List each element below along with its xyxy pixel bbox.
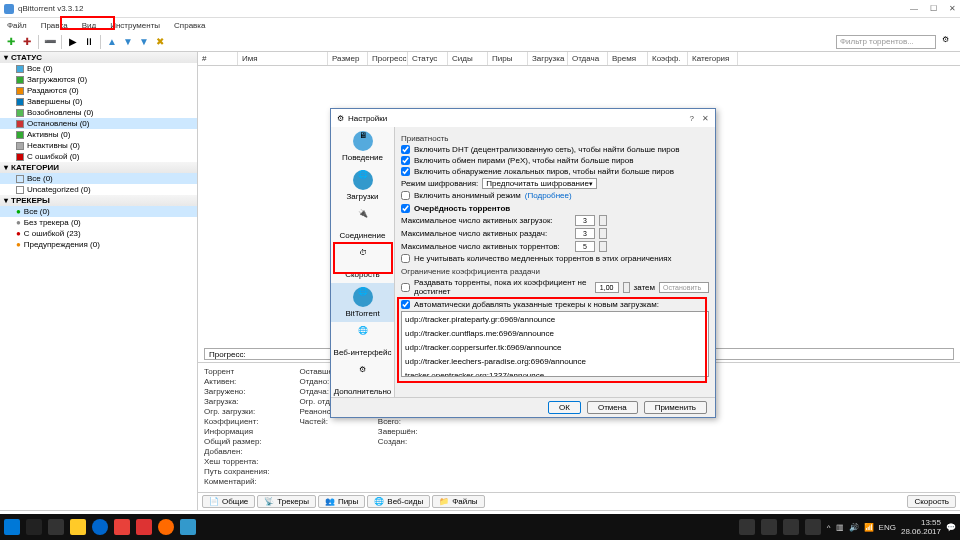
add-torrent-button[interactable]: ✚ <box>4 35 18 49</box>
apply-button[interactable]: Применить <box>644 401 707 414</box>
task-app1[interactable] <box>114 519 130 535</box>
task-firefox[interactable] <box>158 519 174 535</box>
ok-button[interactable]: ОК <box>548 401 581 414</box>
down-button[interactable]: ▼ <box>121 35 135 49</box>
task-app5[interactable] <box>805 519 821 535</box>
task-qbit[interactable] <box>180 519 196 535</box>
status-resumed[interactable]: Возобновлены (0) <box>0 107 197 118</box>
menu-help[interactable]: Справка <box>171 20 208 31</box>
tab-peers[interactable]: 👥Пиры <box>318 495 365 508</box>
cat-downloads[interactable]: 🌐Загрузки <box>331 166 394 205</box>
anon-checkbox[interactable]: Включить анонимный режим (Подробнее) <box>401 191 709 200</box>
maximize-button[interactable]: ☐ <box>930 4 937 13</box>
titlebar: qBittorrent v3.3.12 — ☐ ✕ <box>0 0 960 18</box>
task-explorer[interactable] <box>70 519 86 535</box>
status-seeding[interactable]: Раздаются (0) <box>0 85 197 96</box>
task-steam[interactable] <box>739 519 755 535</box>
tray-graphics-icon[interactable]: ▥ <box>836 523 844 532</box>
tracker-error[interactable]: ●С ошибкой (23) <box>0 228 197 239</box>
tray-up-icon[interactable]: ^ <box>827 523 831 532</box>
tab-speed[interactable]: Скорость <box>907 495 956 508</box>
up-button[interactable]: ▲ <box>105 35 119 49</box>
menu-view[interactable]: Вид <box>79 20 99 31</box>
settings-categories: 🖥Поведение 🌐Загрузки 🔌Соединение ⏱Скорос… <box>331 127 395 397</box>
task-view[interactable] <box>48 519 64 535</box>
privacy-header: Приватность <box>401 134 709 143</box>
tab-general[interactable]: 📄Общие <box>202 495 255 508</box>
cat-speed[interactable]: ⏱Скорость <box>331 244 394 283</box>
tab-http[interactable]: 🌐Веб-сиды <box>367 495 430 508</box>
tracker-none[interactable]: ●Без трекера (0) <box>0 217 197 228</box>
cat-behavior[interactable]: 🖥Поведение <box>331 127 394 166</box>
filter-button[interactable]: ▼ <box>137 35 151 49</box>
encryption-select[interactable]: Предпочитать шифрование ▾ <box>482 178 597 189</box>
menu-tools[interactable]: Инструменты <box>107 20 163 31</box>
anon-more-link[interactable]: (Подробнее) <box>525 191 572 200</box>
tray-network-icon[interactable]: 📶 <box>864 523 874 532</box>
status-inactive[interactable]: Неактивны (0) <box>0 140 197 151</box>
cancel-button[interactable]: Отмена <box>587 401 638 414</box>
cat-uncategorized[interactable]: Uncategorized (0) <box>0 184 197 195</box>
menu-file[interactable]: Файл <box>4 20 30 31</box>
cat-webui[interactable]: 🌐Веб-интерфейс <box>331 322 394 361</box>
torrent-list-header[interactable]: # Имя Размер Прогресс Статус Сиды Пиры З… <box>198 52 960 66</box>
ratio-input[interactable]: 1,00 <box>595 282 619 293</box>
categories-header[interactable]: ▾ КАТЕГОРИИ <box>0 162 197 173</box>
max-act-spinner[interactable] <box>599 241 607 252</box>
max-ul-spinner[interactable] <box>599 228 607 239</box>
status-all[interactable]: Все (0) <box>0 63 197 74</box>
max-dl-input[interactable]: 3 <box>575 215 595 226</box>
max-act-input[interactable]: 5 <box>575 241 595 252</box>
menu-edit[interactable]: Правка <box>38 20 71 31</box>
tab-trackers[interactable]: 📡Трекеры <box>257 495 316 508</box>
ratio-action-select[interactable]: Остановить <box>659 282 709 293</box>
system-tray[interactable]: ^ ▥ 🔊 📶 ENG 13:5528.06.2017 💬 <box>827 518 956 536</box>
task-search[interactable] <box>26 519 42 535</box>
max-ul-input[interactable]: 3 <box>575 228 595 239</box>
status-active[interactable]: Активны (0) <box>0 129 197 140</box>
close-button[interactable]: ✕ <box>949 4 956 13</box>
status-header[interactable]: ▾ СТАТУС <box>0 52 197 63</box>
help-button[interactable]: ? <box>690 114 694 123</box>
task-app2[interactable] <box>136 519 152 535</box>
cat-advanced[interactable]: ⚙Дополнительно <box>331 361 394 397</box>
task-app4[interactable] <box>783 519 799 535</box>
task-edge[interactable] <box>92 519 108 535</box>
tab-content[interactable]: 📁Файлы <box>432 495 484 508</box>
resume-button[interactable]: ▶ <box>66 35 80 49</box>
slow-checkbox[interactable]: Не учитывать количество медленных торрен… <box>401 254 709 263</box>
ratio-checkbox[interactable]: Раздавать торренты, пока их коэффициент … <box>401 278 709 296</box>
minimize-button[interactable]: — <box>910 4 918 13</box>
auto-trackers-checkbox[interactable]: Автоматически добавлять указанные трекер… <box>401 300 709 309</box>
tray-volume-icon[interactable]: 🔊 <box>849 523 859 532</box>
dht-checkbox[interactable]: Включить DHT (децентрализованную сеть), … <box>401 145 709 154</box>
tray-notifications-icon[interactable]: 💬 <box>946 523 956 532</box>
status-paused[interactable]: Остановлены (0) <box>0 118 197 129</box>
remove-button[interactable]: ➖ <box>43 35 57 49</box>
pause-button[interactable]: ⏸ <box>82 35 96 49</box>
status-completed[interactable]: Завершены (0) <box>0 96 197 107</box>
queue-checkbox[interactable]: Очерёдность торрентов <box>401 204 709 213</box>
lpd-checkbox[interactable]: Включить обнаружение локальных пиров, чт… <box>401 167 709 176</box>
pex-checkbox[interactable]: Включить обмен пирами (PeX), чтобы найти… <box>401 156 709 165</box>
max-dl-spinner[interactable] <box>599 215 607 226</box>
ratio-header: Ограничение коэффициента раздачи <box>401 267 709 276</box>
trackers-textarea[interactable]: udp://tracker.pirateparty.gr:6969/announ… <box>401 311 709 377</box>
cat-connection[interactable]: 🔌Соединение <box>331 205 394 244</box>
trackers-header[interactable]: ▾ ТРЕКЕРЫ <box>0 195 197 206</box>
tracker-warning[interactable]: ●Предупреждения (0) <box>0 239 197 250</box>
close-dialog-button[interactable]: ✕ <box>702 114 709 123</box>
add-link-button[interactable]: ✚ <box>20 35 34 49</box>
tray-lang[interactable]: ENG <box>879 523 896 532</box>
cat-all[interactable]: Все (0) <box>0 173 197 184</box>
tools-button[interactable]: ✖ <box>153 35 167 49</box>
settings-button[interactable]: ⚙ <box>942 35 956 49</box>
detail-tabs: 📄Общие 📡Трекеры 👥Пиры 🌐Веб-сиды 📁Файлы С… <box>198 492 960 510</box>
tracker-all[interactable]: ●Все (0) <box>0 206 197 217</box>
task-app3[interactable] <box>761 519 777 535</box>
search-input[interactable]: Фильтр торрентов... <box>836 35 936 49</box>
status-downloading[interactable]: Загружаются (0) <box>0 74 197 85</box>
cat-bittorrent[interactable]: 🌐BitTorrent <box>331 283 394 322</box>
status-errored[interactable]: С ошибкой (0) <box>0 151 197 162</box>
start-button[interactable] <box>4 519 20 535</box>
